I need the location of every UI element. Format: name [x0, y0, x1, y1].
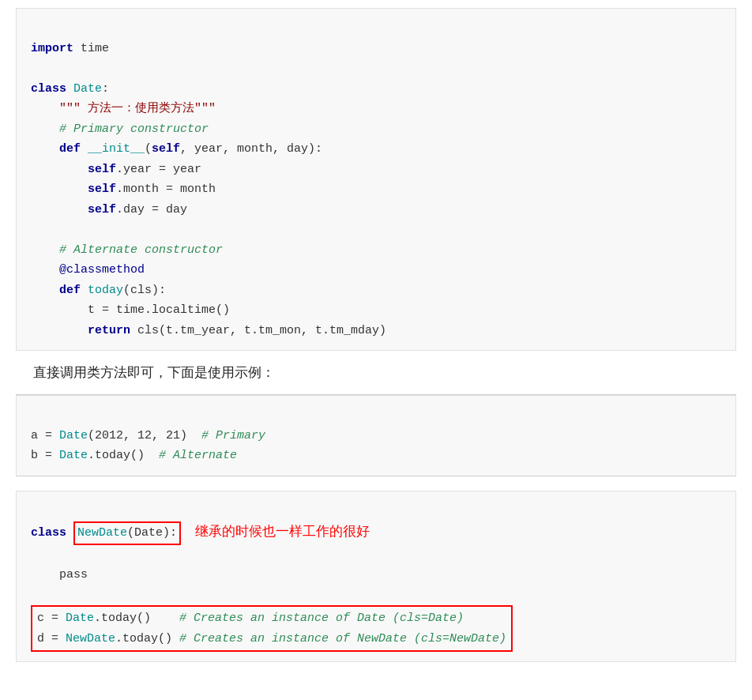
import-keyword: import: [31, 42, 73, 55]
class-keyword-2: class: [31, 523, 66, 544]
inheritance-annotation: 继承的时候也一样工作的很好: [195, 521, 370, 544]
newdate-boxed: NewDate(Date):: [73, 521, 181, 545]
code-block-1: import time class Date: """ 方法一：使用类方法"""…: [16, 8, 736, 351]
bottom-code-boxed: c = Date.today() # Creates an instance o…: [31, 605, 513, 652]
prose-section-1: 直接调用类方法即可，下面是使用示例：: [16, 351, 736, 395]
class-keyword: class: [31, 82, 66, 96]
code-block-3: class NewDate(Date): 继承的时候也一样工作的很好 pass …: [16, 491, 736, 663]
code-block-2: a = Date(2012, 12, 21) # Primary b = Dat…: [16, 395, 736, 476]
